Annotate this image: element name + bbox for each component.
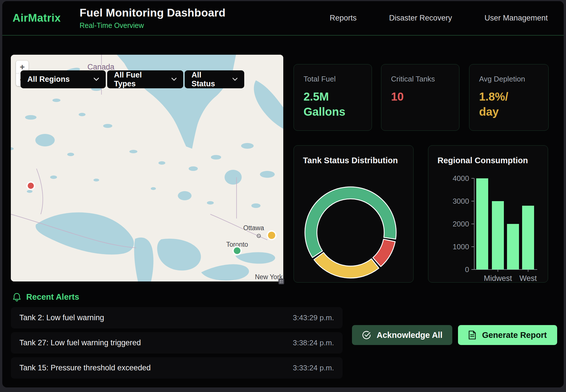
donut-segment-critical <box>373 239 395 267</box>
map-resize-handle[interactable] <box>278 279 284 284</box>
y-axis-tick-label: 2000 <box>453 220 469 228</box>
chevron-down-icon <box>94 78 99 81</box>
alert-message: Tank 27: Low fuel warning triggered <box>19 338 141 347</box>
tank-marker-warning[interactable] <box>267 231 276 240</box>
kpi-label: Total Fuel <box>304 75 362 83</box>
regional-consumption-card: Regional Consumption 01000200030004000Mi… <box>428 145 548 283</box>
check-circle-icon <box>362 330 371 340</box>
fuel-map[interactable]: Canada OttawaTorontoNew York + − All Reg… <box>11 55 283 281</box>
chart-title: Tank Status Distribution <box>303 156 398 165</box>
nav-item-reports[interactable]: Reports <box>330 14 357 23</box>
status-filter-value: All Status <box>192 71 225 88</box>
bar-region-1 <box>476 178 488 270</box>
nav-item-disaster-recovery[interactable]: Disaster Recovery <box>389 14 452 23</box>
chart-title: Regional Consumption <box>437 156 528 165</box>
kpi-card-total-fuel: Total Fuel 2.5M Gallons <box>294 64 372 131</box>
donut-segment-warning <box>314 252 379 278</box>
regional-consumption-bars: 01000200030004000MidwestWest <box>428 146 548 283</box>
tank-status-donut <box>294 146 414 283</box>
kpi-value: 10 <box>391 89 439 104</box>
recent-alerts-title: Recent Alerts <box>26 292 79 302</box>
alert-row: Tank 27: Low fuel warning triggered 3:38… <box>11 332 343 354</box>
status-filter-select[interactable]: All Status <box>185 70 244 88</box>
y-axis-tick-label: 4000 <box>453 174 469 183</box>
alert-timestamp: 3:43:29 p.m. <box>293 313 334 322</box>
page-title-block: Fuel Monitoring Dashboard Real-Time Over… <box>80 7 225 30</box>
y-axis-tick-label: 3000 <box>453 197 469 205</box>
kpi-value: 1.8%/​day <box>479 89 528 119</box>
fuel-type-filter-select[interactable]: All Fuel Types <box>107 70 183 88</box>
y-axis-tick-label: 0 <box>465 265 469 274</box>
tank-marker-normal[interactable] <box>233 247 241 255</box>
kpi-label: Critical Tanks <box>391 75 449 83</box>
header: AirMatrix Fuel Monitoring Dashboard Real… <box>2 1 564 36</box>
nav-item-user-management[interactable]: User Management <box>484 14 548 23</box>
button-label: Generate Report <box>482 330 547 340</box>
region-filter-value: All Regions <box>27 75 70 84</box>
y-axis-tick-label: 1000 <box>453 242 469 251</box>
kpi-value: 2.5M Gallons <box>304 89 352 119</box>
alert-message: Tank 15: Pressure threshold exceeded <box>19 364 151 372</box>
page-subtitle: Real-Time Overview <box>80 21 225 30</box>
kpi-card-critical-tanks: Critical Tanks 10 <box>381 64 459 131</box>
bar-West <box>522 206 534 270</box>
map-city-label-ottawa: Ottawa <box>243 224 264 232</box>
alert-timestamp: 3:38:24 p.m. <box>293 338 334 347</box>
dashboard-panel: AirMatrix Fuel Monitoring Dashboard Real… <box>2 1 564 387</box>
brand-logo: AirMatrix <box>13 12 61 24</box>
bar-region-3 <box>507 224 519 270</box>
generate-report-button[interactable]: Generate Report <box>458 325 557 345</box>
map-canvas: Canada OttawaTorontoNew York <box>11 55 283 281</box>
region-filter-select[interactable]: All Regions <box>21 70 106 88</box>
main-nav: Reports Disaster Recovery User Managemen… <box>330 14 548 23</box>
kpi-label: Avg Depletion <box>479 75 539 83</box>
alert-row: Tank 15: Pressure threshold exceeded 3:3… <box>11 357 343 379</box>
x-axis-tick-label: Midwest <box>484 274 512 283</box>
alert-timestamp: 3:33:24 p.m. <box>293 364 334 372</box>
kpi-card-avg-depletion: Avg Depletion 1.8%/​day <box>469 64 549 131</box>
document-icon <box>468 330 476 340</box>
fuel-type-filter-value: All Fuel Types <box>114 71 164 88</box>
bar-Midwest <box>492 201 504 270</box>
map-filters: All Regions All Fuel Types All Status <box>21 70 244 88</box>
bell-icon <box>13 293 21 302</box>
tank-marker-critical[interactable] <box>27 182 34 189</box>
alert-message: Tank 2: Low fuel warning <box>19 313 104 322</box>
chevron-down-icon <box>233 78 237 81</box>
button-label: Acknowledge All <box>377 330 443 340</box>
x-axis-tick-label: West <box>519 274 537 283</box>
alert-row: Tank 2: Low fuel warning 3:43:29 p.m. <box>11 307 343 328</box>
recent-alerts-header: Recent Alerts <box>13 292 79 302</box>
tank-status-card: Tank Status Distribution <box>294 145 414 283</box>
map-label-canada: Canada <box>87 63 115 71</box>
acknowledge-all-button[interactable]: Acknowledge All <box>352 325 452 345</box>
chevron-down-icon <box>172 78 176 81</box>
page-title: Fuel Monitoring Dashboard <box>80 7 225 19</box>
